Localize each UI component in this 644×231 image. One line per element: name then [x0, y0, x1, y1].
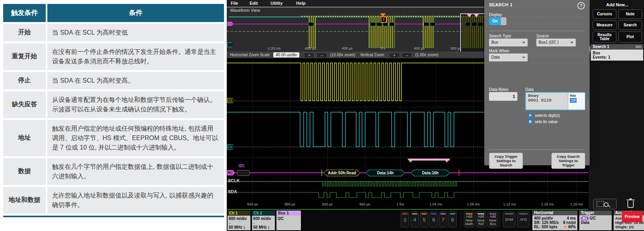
binary-value-input[interactable]: 0001 0110	[528, 98, 551, 103]
trigger-T-badge[interactable]: T	[381, 17, 387, 23]
trash-lid-icon	[627, 200, 635, 200]
source-dropdown[interactable]: Bus1 (I2C )	[536, 39, 576, 46]
bus1-setting-badge[interactable]: Bus 1 I2C	[276, 211, 301, 230]
overview-decode-mark	[430, 22, 436, 26]
trigger-position-icon[interactable]	[380, 13, 386, 17]
row-desc: 当 SDA 在 SCL 为高时变高。	[47, 72, 224, 89]
menu-utility[interactable]: Utility	[271, 1, 283, 6]
bus1-badge-icon[interactable]	[227, 22, 233, 26]
add-plot-button[interactable]: Plot	[618, 31, 642, 43]
vzoom-label: Vertical Zoom	[360, 53, 384, 57]
ch1-scale: 600 m/div	[229, 216, 247, 221]
magnifier-icon	[604, 202, 609, 207]
add-note-button[interactable]: Note	[618, 9, 642, 19]
trash-body-icon	[627, 201, 634, 208]
card-toggle-icon[interactable]	[635, 46, 642, 48]
row-label: 地址和数据	[3, 187, 46, 214]
hex-value-input[interactable]: 16	[570, 98, 577, 103]
trigger-badge[interactable]: Trigger B1 I2C Data	[579, 211, 612, 230]
mark-when-dropdown[interactable]: Data	[489, 54, 528, 61]
search1-config-panel: SEARCH 1 ? Display On Search Type Bus So…	[484, 0, 590, 165]
zoom-tool-button[interactable]	[593, 199, 617, 209]
overview-decode-mark	[370, 22, 376, 26]
vzoom-factor: (1.00x zoom)	[415, 53, 438, 57]
row-desc: 从设备通常配置为在每个地址和数据字节后传输一个确认。示波器可以在从设备未生成确认…	[47, 91, 224, 118]
bus-collapsed-box[interactable]	[237, 170, 250, 176]
source-label: Source	[536, 34, 549, 38]
channel-8-button[interactable]: 8	[448, 212, 457, 227]
decode-box-addr[interactable]: Addr:50h:Read	[323, 170, 360, 176]
overview-tick: 800 µs	[450, 46, 461, 50]
menu-file[interactable]: File	[231, 1, 238, 6]
copy-search-to-trigger-button[interactable]: Copy Search Settings to Trigger	[551, 153, 585, 169]
display-toggle[interactable]: On	[489, 17, 507, 25]
afg-button[interactable]: AFG	[517, 212, 530, 227]
hex-subpanel: Hex 16	[568, 93, 585, 109]
menu-edit[interactable]: Edit	[250, 1, 258, 6]
menu-help[interactable]: Help	[296, 1, 306, 6]
ch2-badge-icon[interactable]	[227, 43, 234, 47]
bus1-name: Bus 1	[276, 211, 301, 216]
channel-4-button[interactable]: 4	[411, 212, 419, 227]
decode-box-data2[interactable]: Data:16h	[411, 170, 450, 176]
tab-waveform-view[interactable]: Waveform View	[230, 8, 260, 13]
add-search-button[interactable]: Search	[618, 20, 642, 30]
table-bottom-rule	[3, 216, 224, 217]
add-new-math-button[interactable]: Add New Math	[464, 212, 474, 227]
copy-trigger-to-search-button[interactable]: Copy Trigger Settings to Search	[489, 153, 523, 169]
add-new-ref-button[interactable]: Add New Ref	[476, 212, 486, 227]
horizontal-title: Horizontal	[532, 211, 577, 215]
ch2-bandwidth: 50 MHz	[253, 225, 267, 229]
zoom-tick: 840 µs	[247, 202, 258, 206]
row-label: 数据	[3, 158, 46, 185]
row-desc: 触发在几个字节的用户指定数据值上, 数据值以二进制或十六进制输入。	[47, 158, 224, 185]
sclk-digital-waveform	[227, 179, 588, 189]
channel-5-button[interactable]: 5	[420, 212, 428, 227]
panel-title: SEARCH 1	[489, 2, 513, 7]
toggle-knob	[501, 17, 506, 25]
probe-icon: ⌁	[229, 222, 231, 225]
overview-tick: 0 s	[381, 46, 385, 50]
add-cursors-button[interactable]: Cursors	[593, 9, 616, 19]
overview-decode-mark	[308, 22, 314, 26]
bus1-badge[interactable]: B1	[227, 170, 235, 176]
hzoom-scale-input[interactable]: 40.00 us/div	[273, 52, 299, 57]
help-icon[interactable]: ?	[577, 2, 585, 9]
channel-6-button[interactable]: 6	[429, 212, 438, 227]
data-bytes-input[interactable]: 1	[489, 92, 517, 101]
overview-decode-mark	[424, 22, 429, 26]
table-row: 缺失应答 从设备通常配置为在每个地址和数据字节后传输一个确认。示波器可以在从设备…	[3, 91, 224, 118]
bus-type-label: I2C	[239, 164, 245, 168]
channel-7-button[interactable]: 7	[439, 212, 447, 227]
search-mark-icon	[444, 159, 450, 163]
decode-box-data1[interactable]: Data:14h	[366, 170, 405, 176]
hzoom-plus-button[interactable]: +	[304, 53, 314, 58]
add-measure-button[interactable]: Measure	[593, 20, 616, 30]
ch2-setting-badge[interactable]: Ch 2 600 m/div ⌁ 50 MHz ⤵	[252, 211, 275, 230]
overview-tick: -800 µs	[304, 46, 316, 50]
mark-when-label: Mark When	[489, 49, 509, 53]
zoom-tick: 1.20 ms	[570, 202, 583, 206]
search1-card-title: Search 1	[593, 44, 609, 49]
add-new-bus-button[interactable]: Add New Bus	[487, 212, 498, 227]
overview-tick: -1.20 ms	[267, 46, 280, 50]
dvm-button[interactable]: DVM	[503, 212, 515, 227]
search-type-dropdown[interactable]: Bus	[489, 39, 528, 46]
channel-3-button[interactable]: 3	[401, 212, 409, 227]
add-results-table-button[interactable]: Results Table	[593, 31, 616, 43]
panel-drag-handle[interactable]: ∶∶∶	[587, 102, 588, 107]
trigger-source-chip: B1	[581, 216, 589, 220]
hzoom-minus-button[interactable]: –	[317, 53, 327, 58]
vzoom-plus-button[interactable]: +	[389, 53, 399, 58]
horizontal-badge[interactable]: Horizontal 400 µs/div4 ms SR: 125 MS/s8 …	[532, 211, 577, 230]
row-desc: 触发在用户指定的地址或任何预编程的特殊地址, 包括通用调用、启动字节、HS 模式…	[47, 120, 224, 156]
zoom-tick: 1 ms	[396, 202, 404, 206]
ch1-setting-badge[interactable]: Ch 1 600 m/div ⌁ 50 MHz ⤵	[228, 211, 250, 230]
row-label: 地址	[3, 120, 46, 156]
vzoom-minus-button[interactable]: –	[402, 53, 412, 58]
search1-result-card[interactable]: Search 1 Bus Events: 1	[591, 44, 643, 61]
add-new-title: Add New...	[590, 2, 644, 7]
bandwidth-icon: ⤵	[268, 226, 269, 229]
trash-button[interactable]	[626, 198, 635, 209]
preview-button[interactable]: Preview	[622, 211, 642, 222]
